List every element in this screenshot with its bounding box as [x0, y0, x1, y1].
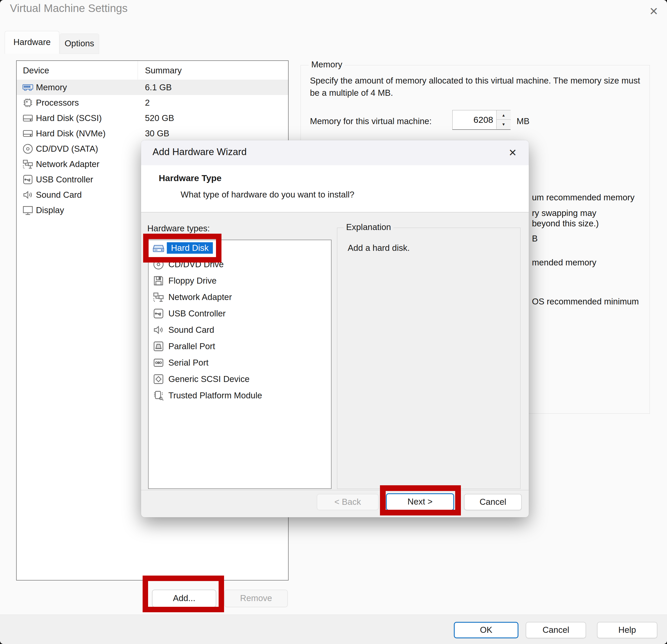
device-name: USB Controller [36, 175, 93, 184]
memory-icon [22, 81, 34, 94]
hard-disk-icon [22, 112, 34, 124]
hardware-type-label: Serial Port [168, 358, 209, 368]
usb-controller-icon [152, 307, 165, 320]
column-header-summary[interactable]: Summary [145, 66, 182, 76]
wizard-close-icon[interactable]: ✕ [505, 145, 520, 161]
explanation-title: Explanation [343, 222, 393, 232]
table-row[interactable]: Processors2 [17, 95, 288, 110]
tab-options[interactable]: Options [60, 34, 99, 54]
memory-spinbox: ▲ ▼ [452, 110, 510, 130]
hardware-type-label: Generic SCSI Device [168, 374, 249, 384]
hardware-type-item[interactable]: Network Adapter [149, 290, 331, 306]
hard-disk-icon [22, 128, 34, 139]
network-adapter-icon [22, 158, 34, 170]
annotation-box-add-button [143, 576, 224, 612]
sound-card-icon [152, 324, 165, 336]
hardware-type-label: Trusted Platform Module [168, 391, 262, 400]
wizard-cancel-button[interactable]: Cancel [464, 494, 522, 510]
table-row[interactable]: Hard Disk (SCSI)520 GB [17, 110, 288, 126]
hardware-type-label: Floppy Drive [168, 276, 216, 286]
hardware-type-label: USB Controller [168, 309, 226, 318]
clipped-text-line: ry swapping may [532, 208, 597, 218]
tpm-icon [152, 389, 165, 402]
hardware-type-item[interactable]: Serial Port [149, 355, 331, 371]
cancel-button[interactable]: Cancel [526, 622, 586, 638]
table-row[interactable]: Memory6.1 GB [17, 80, 288, 95]
explanation-text: Add a hard disk. [348, 243, 410, 253]
device-name: Sound Card [36, 190, 82, 200]
memory-spin-buttons: ▲ ▼ [496, 110, 510, 129]
close-icon[interactable]: ✕ [646, 4, 662, 19]
parallel-port-icon [152, 340, 165, 352]
device-summary: 6.1 GB [145, 82, 172, 93]
usb-controller-icon [22, 174, 34, 185]
device-summary: 2 [145, 98, 150, 108]
virtual-machine-settings-window: Virtual Machine Settings ✕ Hardware Opti… [0, 0, 667, 644]
ok-button[interactable]: OK [454, 622, 518, 638]
device-table-header: Device Summary [17, 61, 288, 80]
device-name: Hard Disk (NVMe) [36, 129, 105, 138]
wizard-titlebar: Add Hardware Wizard ✕ [141, 140, 529, 165]
tab-hardware[interactable]: Hardware [5, 31, 59, 54]
clipped-text-line: mended memory [532, 258, 597, 267]
memory-group-title: Memory [309, 60, 345, 69]
device-summary: 30 GB [145, 129, 169, 138]
hardware-type-item[interactable]: Parallel Port [149, 338, 331, 355]
hardware-type-item[interactable]: Trusted Platform Module [149, 388, 331, 404]
device-name: Processors [36, 98, 79, 108]
hardware-type-label: Parallel Port [168, 341, 215, 351]
column-header-device[interactable]: Device [23, 66, 49, 76]
clipped-text-line: OS recommended minimum [532, 297, 639, 307]
hardware-types-label: Hardware types: [147, 224, 210, 233]
back-button: < Back [317, 494, 379, 510]
hardware-type-item[interactable]: Sound Card [149, 322, 331, 338]
processor-icon [22, 97, 34, 109]
hardware-type-label: Sound Card [168, 325, 214, 335]
clipped-text-line: B [532, 234, 538, 244]
memory-unit-label: MB [517, 116, 530, 126]
hardware-type-item[interactable]: Generic SCSI Device [149, 371, 331, 388]
generic-scsi-icon [152, 373, 165, 385]
annotation-box-hard-disk [143, 234, 222, 263]
wizard-title: Add Hardware Wizard [152, 147, 247, 158]
memory-field-label: Memory for this virtual machine: [310, 116, 432, 126]
hardware-type-item[interactable]: Floppy Drive [149, 273, 331, 290]
wizard-header: Hardware Type What type of hardware do y… [141, 165, 529, 212]
device-name: Display [36, 205, 64, 215]
clipped-text-line: um recommended memory [532, 193, 634, 202]
hardware-types-list: Hard DiskCD/DVD DriveFloppy DriveNetwork… [148, 240, 331, 489]
device-summary: 520 GB [145, 113, 174, 123]
clipped-text-line: beyond this size.) [532, 218, 599, 229]
device-name: Memory [36, 82, 67, 93]
device-name: CD/DVD (SATA) [36, 144, 98, 154]
spin-down-icon[interactable]: ▼ [497, 120, 510, 129]
cd-dvd-icon [22, 143, 34, 155]
remove-device-button: Remove [224, 590, 288, 607]
window-title: Virtual Machine Settings [10, 2, 128, 15]
sound-card-icon [22, 189, 34, 201]
memory-description: Specify the amount of memory allocated t… [310, 75, 646, 99]
floppy-icon [152, 275, 165, 287]
serial-port-icon [152, 357, 165, 369]
annotation-box-next-button [380, 485, 461, 515]
display-icon [22, 204, 34, 216]
memory-value-input[interactable] [453, 110, 496, 129]
wizard-footer-divider [141, 490, 529, 490]
wizard-heading: Hardware Type [159, 173, 222, 183]
explanation-group: Explanation Add a hard disk. [337, 228, 520, 489]
help-button[interactable]: Help [597, 622, 657, 638]
wizard-subheading: What type of hardware do you want to ins… [181, 190, 355, 200]
spin-up-icon[interactable]: ▲ [497, 110, 510, 120]
table-row[interactable]: Hard Disk (NVMe)30 GB [17, 126, 288, 141]
add-hardware-wizard-dialog: Add Hardware Wizard ✕ Hardware Type What… [141, 140, 529, 517]
device-name: Hard Disk (SCSI) [36, 113, 102, 123]
hardware-type-label: Network Adapter [168, 292, 232, 302]
hardware-type-item[interactable]: USB Controller [149, 306, 331, 322]
network-adapter-icon [152, 291, 165, 303]
device-name: Network Adapter [36, 159, 99, 169]
